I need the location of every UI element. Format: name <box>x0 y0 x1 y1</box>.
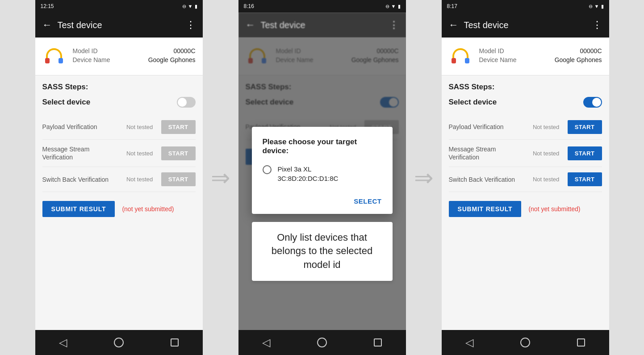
wifi-icon-3: ▼ <box>594 4 599 9</box>
more-menu-3[interactable]: ⋮ <box>592 19 602 31</box>
signal-icon-3: ⊖ <box>589 4 593 9</box>
arrow-2: ⇒ <box>406 164 442 191</box>
submit-row-1: SUBMIT RESULT (not yet submitted) <box>42 192 196 217</box>
battery-icon-2: ▮ <box>398 4 401 9</box>
select-device-row-3: Select device <box>449 97 602 108</box>
svg-rect-1 <box>59 58 63 63</box>
back-button-1[interactable]: ← <box>42 19 52 31</box>
nav-back-2[interactable]: ◁ <box>257 334 275 351</box>
step-name-payload-1: Payload Verification <box>42 123 118 131</box>
step-name-message-1: Message Stream Verification <box>42 145 118 161</box>
time-2: 8:16 <box>244 3 254 9</box>
radio-button-option-1[interactable] <box>263 165 272 174</box>
model-id-label-1: Model ID <box>73 47 98 54</box>
step-status-message-3: Not tested <box>528 150 564 157</box>
app-bar-3: ← Test device ⋮ <box>442 13 609 38</box>
step-name-switch-3: Switch Back Verification <box>449 175 525 184</box>
step-status-message-1: Not tested <box>122 150 158 157</box>
start-btn-payload-1[interactable]: START <box>161 120 196 134</box>
sass-content-3: SASS Steps: Select device Payload Verifi… <box>442 75 609 224</box>
select-action-button[interactable]: SELECT <box>354 194 381 209</box>
step-row-message-3: Message Stream Verification Not tested S… <box>449 140 602 167</box>
step-row-switch-1: Switch Back Verification Not tested STAR… <box>42 167 196 192</box>
phone-2: 8:16 ⊖ ▼ ▮ ← Test device ⋮ <box>238 0 406 355</box>
app-title-2: Test device <box>261 20 384 30</box>
not-submitted-label-1: (not yet submitted) <box>122 205 174 213</box>
steps-table-1: Payload Verification Not tested START Me… <box>42 115 196 192</box>
nav-recent-1[interactable] <box>166 334 184 351</box>
sass-steps-label-1: SASS Steps: <box>42 83 196 92</box>
nav-recent-2[interactable] <box>369 334 387 351</box>
model-id-label-3: Model ID <box>479 47 504 54</box>
start-btn-message-3[interactable]: START <box>568 146 602 160</box>
device-option-address-1: 3C:8D:20:DC:D1:8C <box>278 174 339 183</box>
status-icons-2: ⊖ ▼ ▮ <box>385 4 401 9</box>
battery-icon: ▮ <box>195 4 197 9</box>
app-title-3: Test device <box>464 20 587 30</box>
select-device-label-3: Select device <box>449 98 497 107</box>
tooltip-box: Only list devices that belongs to the se… <box>252 222 393 281</box>
svg-rect-5 <box>465 58 469 63</box>
sass-steps-label-3: SASS Steps: <box>449 83 602 92</box>
device-name-label-3: Device Name <box>479 56 517 63</box>
svg-rect-4 <box>452 58 456 63</box>
screen-content-1: Model ID 00000C Device Name Google Gphon… <box>35 38 203 330</box>
select-device-toggle-3[interactable] <box>583 97 602 108</box>
device-name-value-3: Google Gphones <box>555 56 602 63</box>
arrow-right-1: ⇒ <box>211 164 230 191</box>
wifi-icon-2: ▼ <box>391 4 396 9</box>
submit-button-1[interactable]: SUBMIT RESULT <box>42 201 115 217</box>
battery-icon-3: ▮ <box>601 4 604 9</box>
step-row-message-1: Message Stream Verification Not tested S… <box>42 140 196 167</box>
submit-row-3: SUBMIT RESULT (not yet submitted) <box>449 192 602 217</box>
more-menu-2[interactable]: ⋮ <box>389 19 399 31</box>
device-selection-dialog: Please choose your target device: Pixel … <box>252 127 393 214</box>
back-button-2[interactable]: ← <box>246 19 255 31</box>
arrow-right-2: ⇒ <box>414 164 434 191</box>
submit-button-3[interactable]: SUBMIT RESULT <box>449 201 522 217</box>
device-name-value-1: Google Gphones <box>148 56 196 63</box>
status-bar-2: 8:16 ⊖ ▼ ▮ <box>238 0 406 13</box>
device-card-3: Model ID 00000C Device Name Google Gphon… <box>442 38 609 75</box>
nav-back-3[interactable]: ◁ <box>460 334 478 351</box>
back-button-3[interactable]: ← <box>449 19 459 31</box>
phone-1: 12:15 ⊖ ▼ ▮ ← Test device ⋮ <box>35 0 203 355</box>
screen-content-3: Model ID 00000C Device Name Google Gphon… <box>442 38 609 330</box>
nav-recent-3[interactable] <box>572 334 590 351</box>
device-info-1: Model ID 00000C Device Name Google Gphon… <box>73 47 196 65</box>
device-option-name-1: Pixel 3a XL <box>278 164 339 174</box>
device-name-label-1: Device Name <box>73 56 110 63</box>
app-title-1: Test device <box>58 20 180 30</box>
time-3: 8:17 <box>447 3 457 9</box>
app-bar-1: ← Test device ⋮ <box>35 13 203 38</box>
step-status-switch-3: Not tested <box>528 176 564 183</box>
device-logo-1 <box>42 45 66 68</box>
nav-bar-3: ◁ <box>442 330 609 355</box>
more-menu-1[interactable]: ⋮ <box>186 19 196 31</box>
signal-icon: ⊖ <box>182 4 186 9</box>
start-btn-switch-3[interactable]: START <box>568 172 602 186</box>
nav-bar-2: ◁ <box>238 330 406 355</box>
nav-home-3[interactable] <box>516 334 534 351</box>
device-option-text-1: Pixel 3a XL 3C:8D:20:DC:D1:8C <box>278 164 339 183</box>
select-device-toggle-1[interactable] <box>177 97 196 108</box>
start-btn-message-1[interactable]: START <box>161 146 196 160</box>
tooltip-text: Only list devices that belongs to the se… <box>261 231 384 272</box>
phone-3: 8:17 ⊖ ▼ ▮ ← Test device ⋮ <box>442 0 609 355</box>
dialog-option-1[interactable]: Pixel 3a XL 3C:8D:20:DC:D1:8C <box>263 164 382 183</box>
start-btn-payload-3[interactable]: START <box>568 120 602 134</box>
start-btn-switch-1[interactable]: START <box>161 172 196 186</box>
model-id-value-1: 00000C <box>173 47 195 54</box>
arrow-1: ⇒ <box>203 164 238 191</box>
step-status-payload-3: Not tested <box>528 124 564 130</box>
nav-home-1[interactable] <box>110 334 128 351</box>
nav-back-1[interactable]: ◁ <box>54 334 72 351</box>
svg-rect-0 <box>45 58 50 63</box>
not-submitted-label-3: (not yet submitted) <box>528 205 580 213</box>
time-1: 12:15 <box>41 3 54 9</box>
device-info-3: Model ID 00000C Device Name Google Gphon… <box>479 47 602 65</box>
status-bar-1: 12:15 ⊖ ▼ ▮ <box>35 0 203 13</box>
status-bar-3: 8:17 ⊖ ▼ ▮ <box>442 0 609 13</box>
dialog-title: Please choose your target device: <box>263 138 382 155</box>
nav-home-2[interactable] <box>313 334 331 351</box>
